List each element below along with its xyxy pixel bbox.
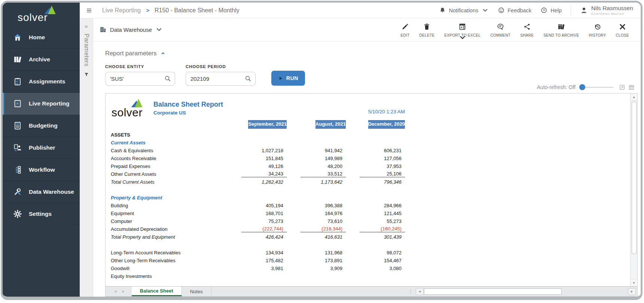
column-header: December, 2020 (368, 120, 405, 128)
row-value: 48,200 (300, 163, 346, 169)
scroll-left-button[interactable]: ◄ (416, 288, 424, 295)
report-timestamp: 5/10/20 1:23 AM (347, 109, 406, 114)
open-in-window-icon[interactable] (619, 84, 625, 91)
sidebar-item-live-reporting[interactable]: Live Reporting (3, 93, 80, 115)
sidebar-item-workflow[interactable]: Workflow (3, 159, 80, 181)
report-subtitle: Corporate US (153, 110, 186, 116)
comment-button[interactable]: COMMENT (485, 23, 515, 37)
sidebar-item-publisher[interactable]: Publisher (3, 137, 80, 159)
row-value-cell: 941,942 (288, 148, 347, 153)
report-parameters-toggle[interactable]: Report parameters (105, 50, 165, 57)
send-to-archive-button[interactable]: SEND TO ARCHIVE (538, 23, 584, 37)
row-value-cell: 796,346 (347, 179, 406, 185)
row-label: Other Long-Term Receivables (111, 258, 229, 263)
row-label: Prepaid Expenses (111, 163, 229, 169)
filter-funnel-icon[interactable] (83, 72, 89, 78)
row-value: 164,976 (300, 211, 346, 216)
history-button[interactable]: HISTORY (584, 23, 611, 37)
parameters-strip-label[interactable]: Parameters (83, 34, 90, 67)
sheet-tab-balance-sheet[interactable]: Balance Sheet (132, 287, 182, 296)
report-row: Other Current Assets34,24333,51225,106 (111, 170, 630, 178)
row-value-cell: 1,262,432 (229, 179, 288, 185)
toolbar-action-label: CLOSE (616, 33, 629, 37)
row-label: Equity Investments (111, 273, 229, 279)
row-value: 25,106 (360, 171, 405, 177)
toolbar-action-label: EDIT (401, 33, 410, 37)
sidebar-item-budgeting[interactable]: Budgeting (3, 115, 80, 137)
delete-button[interactable]: DELETE (415, 23, 440, 37)
report-row: Cash & Equivalents1,027,218941,942606,23… (111, 147, 630, 154)
search-icon[interactable] (164, 75, 171, 82)
report-row: Current Assets (111, 139, 630, 147)
help-label: Help (550, 7, 562, 13)
auto-refresh-slider[interactable] (579, 84, 614, 90)
close-button[interactable]: CLOSE (611, 23, 634, 37)
edit-button[interactable]: EDIT (396, 23, 415, 37)
row-value-cell: 154,467 (347, 258, 406, 263)
report-parameters-panel: Report parameters CHOOSE ENTITY CH (93, 42, 641, 86)
report-row: ASSETS (111, 131, 630, 139)
toolbar-action-label: HISTORY (589, 33, 606, 37)
search-icon[interactable] (244, 75, 252, 82)
row-label: Current Assets (111, 140, 229, 146)
row-value: 941,942 (300, 148, 346, 153)
vertical-scrollbar[interactable]: ▲ ▼ (630, 94, 637, 286)
export-to-excel-button[interactable]: XEXPORT TO EXCEL (439, 23, 485, 37)
row-value: 3,909 (300, 266, 346, 271)
row-label: Long-Term Account Receivables (111, 250, 229, 255)
choose-period-label: CHOOSE PERIOD (186, 64, 256, 69)
user-menu[interactable]: Nils Rasmussen CorpDemo Master (580, 5, 633, 16)
splitter-handle[interactable]: ⋮ (405, 287, 416, 296)
report-row (111, 186, 630, 194)
next-sheet-button[interactable]: ► (122, 290, 125, 293)
sidebar-item-data-warehouse[interactable]: Data Warehouse (3, 181, 80, 203)
breadcrumb-section[interactable]: Live Reporting (102, 7, 141, 14)
play-icon (278, 76, 283, 81)
prev-sheet-button[interactable]: ◄ (114, 290, 117, 293)
column-header: September, 2021 (248, 120, 287, 128)
choose-period-field: CHOOSE PERIOD (186, 64, 256, 86)
sheet-tab-notes[interactable]: Notes (182, 287, 211, 296)
row-value-cell (347, 273, 406, 279)
column-header: August, 2021 (315, 120, 346, 128)
close-icon (619, 23, 626, 31)
row-label: Accounts Receivable (111, 156, 229, 161)
auto-refresh-row: Auto-refresh: Off (93, 83, 641, 92)
data-source-selector[interactable]: Data Warehouse (99, 26, 163, 33)
pencil-icon (401, 23, 409, 31)
collapse-parameters-button[interactable]: » (85, 23, 88, 29)
sidebar-item-settings[interactable]: Settings (3, 203, 80, 225)
sidebar-item-label: Home (29, 34, 45, 41)
row-value: (222,744) (241, 226, 287, 232)
share-button[interactable]: SHARE (515, 23, 538, 37)
row-label: Equipment (111, 211, 229, 216)
grid-view-icon[interactable] (628, 84, 635, 91)
scroll-down-button[interactable]: ▼ (631, 279, 637, 286)
row-value: 127,056 (360, 156, 405, 161)
sidebar-item-assignments[interactable]: Assignments (3, 71, 80, 93)
notifications-button[interactable]: Notifications (439, 7, 489, 14)
person-icon (580, 6, 588, 14)
sidebar-item-home[interactable]: Home (3, 27, 80, 49)
row-value-cell: 98,072 (347, 250, 406, 255)
row-value-cell: 168,701 (229, 211, 288, 216)
smiley-icon (498, 7, 505, 14)
toolbar-action-label: SEND TO ARCHIVE (543, 33, 579, 37)
share-icon (523, 23, 531, 31)
scroll-right-button[interactable]: ► (628, 288, 636, 295)
vertical-scroll-thumb[interactable] (632, 102, 637, 254)
hamburger-menu-icon[interactable] (86, 7, 92, 14)
slider-knob[interactable] (579, 84, 585, 90)
horizontal-scroll-thumb[interactable] (424, 288, 562, 295)
row-value-cell (288, 195, 347, 201)
chevron-down-icon (482, 7, 489, 14)
report-row: Property & Equipment (111, 194, 630, 202)
sidebar-item-archive[interactable]: Archive (3, 49, 80, 71)
row-value-cell: 175,482 (229, 258, 288, 263)
feedback-button[interactable]: Feedback (498, 7, 532, 14)
row-value-cell: 426,424 (229, 234, 288, 240)
scroll-up-button[interactable]: ▲ (631, 94, 637, 101)
help-button[interactable]: ? Help (540, 7, 562, 14)
horizontal-scrollbar[interactable]: ◄ ► (416, 287, 637, 296)
row-value: 3,080 (360, 266, 405, 271)
